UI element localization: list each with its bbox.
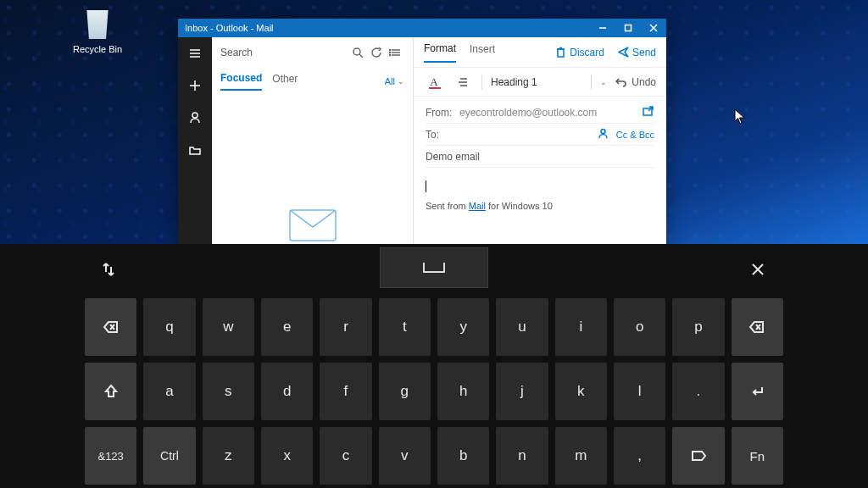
key-j[interactable]: j xyxy=(496,363,548,420)
key-u[interactable]: u xyxy=(496,298,548,356)
undo-button[interactable]: Undo xyxy=(615,76,656,88)
keyboard-row-1: q w e r t y u i o p xyxy=(0,295,868,359)
key-g[interactable]: g xyxy=(379,363,431,420)
mail-window: Inbox - Outlook - Mail Search xyxy=(178,19,666,244)
key-b[interactable]: b xyxy=(437,427,489,485)
mouse-cursor-icon xyxy=(734,108,746,125)
keyboard-swap-icon[interactable] xyxy=(93,256,124,283)
mail-app-link[interactable]: Mail xyxy=(469,201,486,211)
key-enter[interactable] xyxy=(732,363,783,420)
key-m[interactable]: m xyxy=(555,427,607,485)
message-body[interactable]: Sent from Mail for Windows 10 xyxy=(414,173,666,218)
key-z[interactable]: z xyxy=(203,427,254,485)
key-y[interactable]: y xyxy=(437,298,489,356)
key-l[interactable]: l xyxy=(614,363,665,420)
key-t[interactable]: t xyxy=(379,298,431,356)
chevron-down-icon: ⌄ xyxy=(398,77,404,86)
compose-pane: Format Insert Discard Send A xyxy=(414,37,666,244)
key-p[interactable]: p xyxy=(672,298,724,356)
font-color-button[interactable]: A xyxy=(424,72,444,92)
key-s[interactable]: s xyxy=(203,363,254,420)
tab-format[interactable]: Format xyxy=(424,42,456,63)
to-field[interactable]: To: Cc & Bcc xyxy=(426,124,654,146)
message-list-pane: Search Focused Other All⌄ xyxy=(212,37,414,244)
key-backspace-left[interactable] xyxy=(85,298,136,356)
close-button[interactable] xyxy=(641,19,666,37)
search-input[interactable]: Search xyxy=(220,47,348,58)
hamburger-icon[interactable] xyxy=(178,37,212,69)
search-icon[interactable] xyxy=(348,47,367,58)
key-k[interactable]: k xyxy=(555,363,607,420)
desktop: Recycle Bin Inbox - Outlook - Mail Searc… xyxy=(0,0,868,488)
selection-mode-icon[interactable] xyxy=(386,47,404,58)
keyboard-row-2: a s d f g h j k l . xyxy=(0,359,868,424)
key-w[interactable]: w xyxy=(203,298,254,356)
recycle-bin[interactable]: Recycle Bin xyxy=(68,7,127,54)
key-period[interactable]: . xyxy=(672,363,724,420)
folders-icon[interactable] xyxy=(178,134,212,166)
filter-all[interactable]: All⌄ xyxy=(385,76,404,86)
svg-point-27 xyxy=(601,129,605,133)
cc-bcc-toggle[interactable]: Cc & Bcc xyxy=(616,130,654,140)
minimize-button[interactable] xyxy=(590,19,615,37)
key-o[interactable]: o xyxy=(614,298,665,356)
discard-button[interactable]: Discard xyxy=(555,47,604,58)
key-comma[interactable]: , xyxy=(614,427,665,485)
key-c[interactable]: c xyxy=(320,427,371,485)
recycle-bin-icon xyxy=(82,7,113,41)
send-button[interactable]: Send xyxy=(618,47,656,58)
chevron-down-icon[interactable]: ⌄ xyxy=(600,78,607,86)
contacts-icon[interactable] xyxy=(597,127,609,142)
subject-field[interactable]: Demo email xyxy=(426,146,654,168)
svg-point-10 xyxy=(353,48,360,55)
svg-point-16 xyxy=(389,52,390,53)
style-selector[interactable]: Heading 1 xyxy=(491,76,537,88)
key-shift[interactable] xyxy=(85,363,136,420)
text-caret xyxy=(426,180,426,192)
accounts-icon[interactable] xyxy=(178,102,212,134)
key-h[interactable]: h xyxy=(437,363,489,420)
key-backspace-right[interactable] xyxy=(732,298,783,356)
key-a[interactable]: a xyxy=(143,363,195,420)
titlebar[interactable]: Inbox - Outlook - Mail xyxy=(178,19,666,37)
onscreen-keyboard: q w e r t y u i o p a s d f g h j k l . xyxy=(0,244,868,488)
svg-point-15 xyxy=(389,49,390,50)
key-submit[interactable] xyxy=(672,427,724,485)
tab-other[interactable]: Other xyxy=(272,73,298,90)
svg-rect-19 xyxy=(558,49,564,57)
svg-rect-1 xyxy=(626,25,632,31)
tab-insert[interactable]: Insert xyxy=(470,43,495,62)
svg-point-17 xyxy=(389,54,390,55)
recycle-bin-label: Recycle Bin xyxy=(68,44,127,54)
key-i[interactable]: i xyxy=(555,298,607,356)
key-x[interactable]: x xyxy=(261,427,313,485)
tab-focused[interactable]: Focused xyxy=(220,72,262,91)
nav-rail xyxy=(178,37,212,244)
from-field[interactable]: From: eyecontroldemo@outlook.com xyxy=(426,102,654,124)
key-e[interactable]: e xyxy=(261,298,313,356)
signature: Sent from Mail for Windows 10 xyxy=(426,201,654,211)
key-q[interactable]: q xyxy=(143,298,195,356)
key-numsym[interactable]: &123 xyxy=(85,427,136,485)
key-n[interactable]: n xyxy=(496,427,548,485)
keyboard-row-3: &123 Ctrl z x c v b n m , Fn xyxy=(0,424,868,488)
new-mail-icon[interactable] xyxy=(178,69,212,102)
key-fn[interactable]: Fn xyxy=(732,427,783,485)
key-d[interactable]: d xyxy=(261,363,313,420)
svg-line-11 xyxy=(359,54,363,58)
popout-icon[interactable] xyxy=(642,105,654,120)
key-v[interactable]: v xyxy=(379,427,431,485)
maximize-button[interactable] xyxy=(615,19,641,37)
key-r[interactable]: r xyxy=(320,298,371,356)
keyboard-close-button[interactable] xyxy=(744,256,771,283)
key-preview-space xyxy=(380,247,488,288)
key-f[interactable]: f xyxy=(320,363,371,420)
key-ctrl[interactable]: Ctrl xyxy=(143,427,195,485)
empty-inbox-illustration xyxy=(212,95,413,244)
paragraph-button[interactable] xyxy=(453,72,473,92)
sync-icon[interactable] xyxy=(367,47,386,58)
svg-point-9 xyxy=(192,113,198,118)
window-title: Inbox - Outlook - Mail xyxy=(185,23,274,33)
